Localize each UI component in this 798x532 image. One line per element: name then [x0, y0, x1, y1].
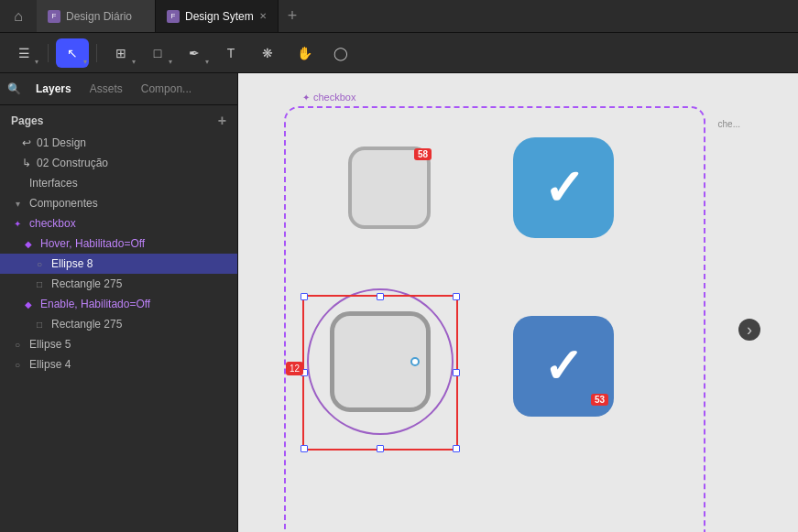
tool-component-button[interactable]: ❋ [251, 38, 284, 68]
tool-text-button[interactable]: T [214, 38, 247, 68]
layer-hover-habilitado[interactable]: ◆ Hover, Habilitado=Off [0, 233, 237, 254]
tab-design-system-label: Design Sytem [185, 10, 254, 23]
layer-enable-habilitado[interactable]: ◆ Enable, Habilitado=Off [0, 294, 237, 314]
right-edge-label: che... [718, 119, 740, 129]
layer-ellipse-5[interactable]: ○ Ellipse 5 [0, 334, 237, 354]
tab-design-system[interactable]: F Design Sytem ✕ [156, 0, 279, 32]
separator [48, 44, 49, 62]
square-o-icon: □ [33, 320, 46, 330]
center-dot [410, 357, 420, 366]
pen-icon: ✒ [189, 46, 200, 60]
tool-select-button[interactable]: ↖ ▾ [56, 38, 89, 68]
tab-components[interactable]: Compon... [132, 79, 201, 99]
tab-assets[interactable]: Assets [81, 79, 132, 99]
resize-handle-tl[interactable] [301, 293, 308, 300]
layer-label: Componentes [29, 197, 98, 210]
layer-label: Ellipse 5 [29, 338, 71, 351]
comment-icon: ◯ [333, 46, 348, 60]
main-area: 🔍 Layers Assets Compon... Pages + ↩ 01 D… [0, 73, 798, 532]
right-arrow-button[interactable]: › [738, 319, 760, 341]
tool-shape-button[interactable]: □ ▾ [141, 38, 174, 68]
page-prefix: ↩ [22, 136, 31, 149]
layer-interfaces[interactable]: Interfaces [0, 173, 237, 193]
resize-handle-br[interactable] [453, 445, 460, 452]
add-page-button[interactable]: + [218, 113, 226, 129]
chevron-icon: ▾ [11, 199, 24, 209]
resize-handle-bm[interactable] [377, 445, 384, 452]
text-icon: T [227, 46, 235, 60]
square-o-icon: □ [33, 279, 46, 289]
page-label: 02 Construção [37, 157, 108, 169]
tab-design-diario[interactable]: F Design Diário [37, 0, 156, 32]
checkmark-icon: ✓ [543, 159, 585, 217]
component-label: checkbox [302, 92, 355, 103]
pages-label: Pages [11, 114, 43, 127]
sidebar: 🔍 Layers Assets Compon... Pages + ↩ 01 D… [0, 73, 238, 532]
search-icon[interactable]: 🔍 [7, 82, 21, 95]
chevron-down-icon: ▾ [205, 58, 209, 66]
tab-design-diario-label: Design Diário [66, 10, 132, 23]
tab-design-diario-icon: F [48, 10, 60, 23]
add-tab-button[interactable]: + [279, 6, 307, 26]
layer-label: Rectangle 275 [51, 318, 122, 331]
page-label: 01 Design [37, 136, 86, 149]
layer-label: Ellipse 4 [29, 358, 71, 371]
tool-comment-button[interactable]: ◯ [324, 38, 357, 68]
layer-rectangle-275b[interactable]: □ Rectangle 275 [0, 314, 237, 334]
titlebar: ⌂ F Design Diário F Design Sytem ✕ + [0, 0, 798, 33]
layer-componentes[interactable]: ▾ Componentes [0, 193, 237, 213]
chevron-down-icon: ▾ [35, 58, 38, 66]
page-prefix: ↳ [22, 157, 31, 169]
separator [96, 44, 97, 62]
checkbox-checked-1[interactable]: ✓ [513, 137, 614, 238]
page-02-construcao[interactable]: ↳ 02 Construção [0, 153, 237, 173]
layer-label: Rectangle 275 [51, 277, 122, 290]
resize-handle-mr[interactable] [453, 369, 460, 376]
canvas-inner: checkbox 58 ✓ [275, 92, 715, 532]
toolbar: ☰ ▾ ↖ ▾ ⊞ ▾ □ ▾ ✒ ▾ T ❋ ✋ ◯ [0, 33, 798, 73]
circle-o-icon: ○ [33, 259, 46, 269]
shape-icon: □ [154, 46, 161, 60]
layer-label: Ellipse 8 [51, 257, 93, 270]
sidebar-tab-bar: 🔍 Layers Assets Compon... [0, 73, 237, 105]
badge-58: 58 [414, 148, 432, 160]
canvas[interactable]: checkbox 58 ✓ [238, 73, 798, 532]
layer-label: checkbox [29, 217, 76, 230]
hand-icon: ✋ [297, 46, 312, 60]
layer-label: Interfaces [29, 177, 78, 190]
label-text: checkbox [313, 92, 355, 103]
resize-handle-tr[interactable] [453, 293, 460, 300]
checkmark-icon: ✓ [543, 339, 584, 394]
layer-label: Enable, Habilitado=Off [40, 298, 150, 310]
badge-53: 53 [591, 394, 608, 406]
tool-hand-button[interactable]: ✋ [288, 38, 321, 68]
select-icon: ↖ [67, 46, 78, 60]
tab-layers[interactable]: Layers [27, 79, 81, 99]
pages-header: Pages + [0, 105, 237, 133]
tool-frame-button[interactable]: ⊞ ▾ [104, 38, 137, 68]
diamond-icon: ◆ [22, 299, 35, 309]
frame-icon: ⊞ [115, 46, 126, 60]
sparkle-icon: ✦ [11, 219, 24, 229]
layer-ellipse-8[interactable]: ○ Ellipse 8 [0, 254, 237, 274]
menu-icon: ☰ [18, 46, 30, 60]
layer-ellipse-4[interactable]: ○ Ellipse 4 [0, 354, 237, 375]
layer-rectangle-275a[interactable]: □ Rectangle 275 [0, 274, 237, 294]
circle-o-large-icon: ○ [11, 340, 24, 350]
layer-checkbox[interactable]: ✦ checkbox [0, 213, 237, 233]
chevron-down-icon: ▾ [169, 58, 172, 66]
chevron-down-icon: ▾ [132, 58, 136, 66]
tool-pen-button[interactable]: ✒ ▾ [178, 38, 211, 68]
circle-o-large-icon: ○ [11, 360, 24, 370]
page-01-design[interactable]: ↩ 01 Design [0, 133, 237, 153]
home-button[interactable]: ⌂ [0, 0, 37, 32]
tool-menu-button[interactable]: ☰ ▾ [7, 38, 40, 68]
tab-design-system-icon: F [167, 10, 180, 23]
diamond-icon: ◆ [22, 239, 35, 249]
badge-12: 12 [286, 362, 303, 375]
close-tab-icon[interactable]: ✕ [259, 11, 267, 21]
resize-handle-bl[interactable] [301, 445, 308, 452]
resize-handle-tm[interactable] [377, 293, 384, 300]
chevron-down-icon: ▾ [83, 58, 87, 66]
layer-label: Hover, Habilitado=Off [40, 237, 145, 250]
